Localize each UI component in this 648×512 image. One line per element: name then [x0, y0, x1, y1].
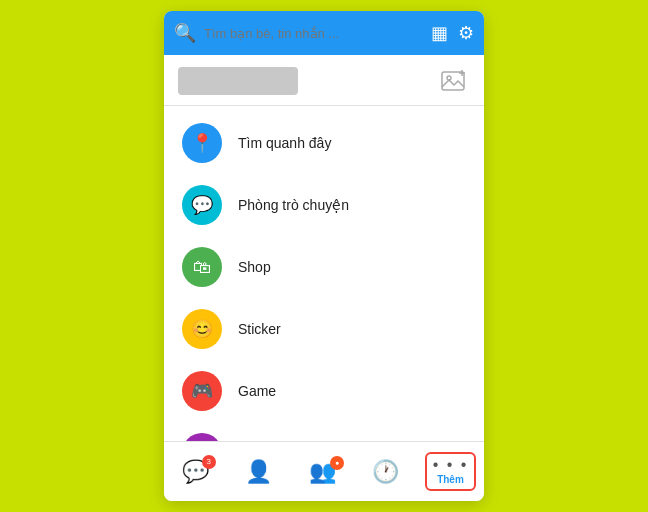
menu-icon-sticker: 😊 — [182, 309, 222, 349]
friends-badge: ● — [330, 456, 344, 470]
search-input[interactable] — [204, 26, 431, 41]
menu-item-sticker[interactable]: 😊 Sticker — [164, 298, 484, 360]
clock-icon: 🕐 — [372, 459, 399, 485]
menu-item-shop[interactable]: 🛍 Shop — [164, 236, 484, 298]
menu-icon-channel: 📺 — [182, 433, 222, 441]
svg-rect-0 — [442, 72, 464, 90]
menu-item-find-nearby[interactable]: 📍 Tìm quanh đây — [164, 112, 484, 174]
menu-icon-game: 🎮 — [182, 371, 222, 411]
menu-item-game[interactable]: 🎮 Game — [164, 360, 484, 422]
nav-item-clock[interactable]: 🕐 — [361, 455, 409, 489]
profile-blur — [178, 67, 298, 95]
menu-label-shop: Shop — [238, 259, 271, 275]
menu-icon-chat-room: 💬 — [182, 185, 222, 225]
gear-icon[interactable]: ⚙ — [458, 22, 474, 44]
menu-label-find-nearby: Tìm quanh đây — [238, 135, 331, 151]
menu-item-channel[interactable]: 📺 Channel — [164, 422, 484, 441]
more-label: Thêm — [437, 474, 464, 485]
search-icon: 🔍 — [174, 22, 196, 44]
qr-icon[interactable]: ▦ — [431, 22, 448, 44]
profile-area — [164, 55, 484, 106]
menu-label-game: Game — [238, 383, 276, 399]
menu-label-sticker: Sticker — [238, 321, 281, 337]
bottom-nav: 3 💬 👤 ● 👥 🕐 • • • Thêm — [164, 441, 484, 501]
header-icons: ▦ ⚙ — [431, 22, 474, 44]
nav-item-profile[interactable]: 👤 — [235, 455, 283, 489]
header: 🔍 ▦ ⚙ — [164, 11, 484, 55]
menu-item-chat-room[interactable]: 💬 Phòng trò chuyện — [164, 174, 484, 236]
more-icon: • • • — [433, 456, 469, 474]
menu-icon-shop: 🛍 — [182, 247, 222, 287]
phone-frame: 🔍 ▦ ⚙ 📍 Tìm quanh đây 💬 Phòng — [164, 11, 484, 501]
menu-list: 📍 Tìm quanh đây 💬 Phòng trò chuyện 🛍 Sho… — [164, 106, 484, 441]
profile-icon: 👤 — [245, 459, 272, 485]
nav-item-friends[interactable]: ● 👥 — [298, 455, 346, 489]
add-image-button[interactable] — [438, 67, 470, 95]
nav-item-more[interactable]: • • • Thêm — [425, 452, 477, 491]
menu-label-chat-room: Phòng trò chuyện — [238, 197, 349, 213]
menu-icon-find-nearby: 📍 — [182, 123, 222, 163]
nav-item-messages[interactable]: 3 💬 — [172, 455, 220, 489]
messages-badge: 3 — [202, 455, 216, 469]
